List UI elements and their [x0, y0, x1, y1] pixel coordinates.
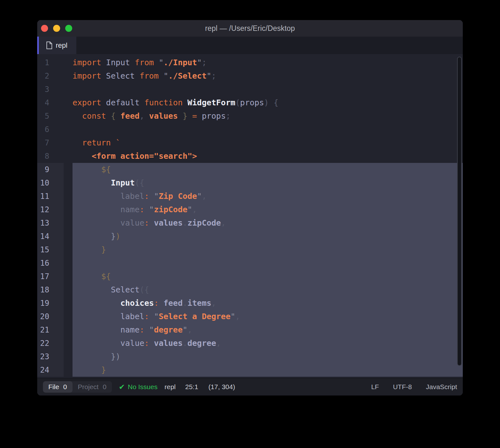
selection-info: (17, 304) — [208, 383, 235, 391]
line-number: 14 — [37, 230, 64, 243]
tab-repl[interactable]: repl — [37, 37, 76, 54]
code-line-5: 5 const { feed, values } = props; — [37, 109, 463, 123]
line-number: 3 — [37, 83, 64, 96]
gutter-gap — [64, 123, 73, 136]
code-editor[interactable]: 1import Input from "./Input";2import Sel… — [37, 54, 463, 378]
code-text: Input({ — [73, 176, 463, 190]
line-number: 11 — [37, 190, 64, 203]
gutter-gap — [64, 283, 73, 297]
code-line-23: 23 }) — [37, 350, 463, 363]
line-number: 18 — [37, 283, 64, 297]
check-icon: ✔ — [119, 383, 125, 391]
code-line-7: 7 return ` — [37, 136, 463, 150]
line-number: 7 — [37, 136, 64, 150]
gutter-gap — [64, 150, 73, 163]
gutter-gap — [64, 203, 73, 216]
gutter-gap — [64, 109, 73, 123]
code-text: name: "zipCode", — [73, 203, 463, 216]
code-text: name: "degree", — [73, 323, 463, 337]
line-number: 12 — [37, 203, 64, 216]
title-bar[interactable]: repl — /Users/Eric/Desktop — [37, 20, 463, 37]
code-lines: 1import Input from "./Input";2import Sel… — [37, 56, 463, 377]
code-text — [73, 256, 463, 270]
code-line-13: 13 value: values.zipCode, — [37, 216, 463, 230]
scope-project-button[interactable]: Project 0 — [73, 381, 112, 393]
code-line-3: 3 — [37, 83, 463, 96]
code-line-21: 21 name: "degree", — [37, 323, 463, 337]
code-line-17: 17 ${ — [37, 270, 463, 283]
no-issues-status[interactable]: ✔ No Issues — [119, 383, 158, 391]
line-ending-indicator[interactable]: LF — [371, 383, 379, 391]
code-text — [73, 123, 463, 136]
gutter-gap — [64, 56, 73, 69]
gutter-gap — [64, 337, 73, 350]
gutter-gap — [64, 323, 73, 337]
gutter-gap — [64, 297, 73, 310]
code-line-20: 20 label: "Select a Degree", — [37, 310, 463, 323]
line-number: 17 — [37, 270, 64, 283]
gutter-gap — [64, 230, 73, 243]
gutter-gap — [64, 256, 73, 270]
encoding-indicator[interactable]: UTF-8 — [393, 383, 412, 391]
line-number: 2 — [37, 69, 64, 83]
gutter-gap — [64, 69, 73, 83]
line-number: 5 — [37, 109, 64, 123]
line-number: 20 — [37, 310, 64, 323]
gutter-gap — [64, 243, 73, 256]
code-text: ${ — [73, 270, 463, 283]
line-number: 6 — [37, 123, 64, 136]
minimize-button[interactable] — [53, 25, 60, 32]
scope-project-label: Project — [78, 383, 99, 391]
code-line-9: 9 ${ — [37, 163, 463, 176]
code-line-6: 6 — [37, 123, 463, 136]
vertical-scrollbar-thumb[interactable] — [457, 57, 462, 366]
code-line-1: 1import Input from "./Input"; — [37, 56, 463, 69]
language-indicator[interactable]: JavaScript — [426, 383, 457, 391]
tab-bar: repl — [37, 37, 463, 54]
code-line-19: 19 choices: feed.items, — [37, 297, 463, 310]
code-line-10: 10 Input({ — [37, 176, 463, 190]
document-icon — [46, 41, 52, 49]
code-line-11: 11 label: "Zip Code", — [37, 190, 463, 203]
document-name: repl — [164, 383, 176, 391]
code-text: Select({ — [73, 283, 463, 297]
cursor-position[interactable]: 25:1 — [185, 383, 198, 391]
line-number: 23 — [37, 350, 64, 363]
code-text: import Select from "./Select"; — [73, 69, 463, 83]
code-text — [73, 83, 463, 96]
gutter-gap — [64, 216, 73, 230]
scope-project-count: 0 — [103, 383, 107, 391]
gutter-gap — [64, 270, 73, 283]
scope-file-button[interactable]: File 0 — [43, 381, 73, 393]
code-text: return ` — [73, 136, 463, 150]
line-number: 10 — [37, 176, 64, 190]
code-line-12: 12 name: "zipCode", — [37, 203, 463, 216]
line-number: 19 — [37, 297, 64, 310]
line-number: 15 — [37, 243, 64, 256]
code-text: label: "Select a Degree", — [73, 310, 463, 323]
code-text: label: "Zip Code", — [73, 190, 463, 203]
issues-scope-switch: File 0 Project 0 — [43, 381, 112, 393]
line-number: 1 — [37, 56, 64, 69]
line-number: 21 — [37, 323, 64, 337]
line-number: 4 — [37, 96, 64, 109]
code-text: }) — [73, 350, 463, 363]
gutter-gap — [64, 363, 73, 377]
code-text: choices: feed.items, — [73, 297, 463, 310]
active-tab-accent — [37, 37, 39, 54]
code-line-2: 2import Select from "./Select"; — [37, 69, 463, 83]
line-number: 22 — [37, 337, 64, 350]
code-text: <form action="search"> — [73, 150, 463, 163]
traffic-lights — [41, 20, 72, 37]
code-line-16: 16 — [37, 256, 463, 270]
code-line-14: 14 }) — [37, 230, 463, 243]
code-text: value: values.degree, — [73, 337, 463, 350]
status-bar: File 0 Project 0 ✔ No Issues repl 25:1 (… — [37, 378, 463, 396]
line-number: 13 — [37, 216, 64, 230]
app-window: repl — /Users/Eric/Desktop repl 1import … — [37, 20, 463, 396]
line-number: 8 — [37, 150, 64, 163]
code-line-24: 24 } — [37, 363, 463, 377]
close-button[interactable] — [41, 25, 48, 32]
line-number: 16 — [37, 256, 64, 270]
zoom-button[interactable] — [65, 25, 72, 32]
